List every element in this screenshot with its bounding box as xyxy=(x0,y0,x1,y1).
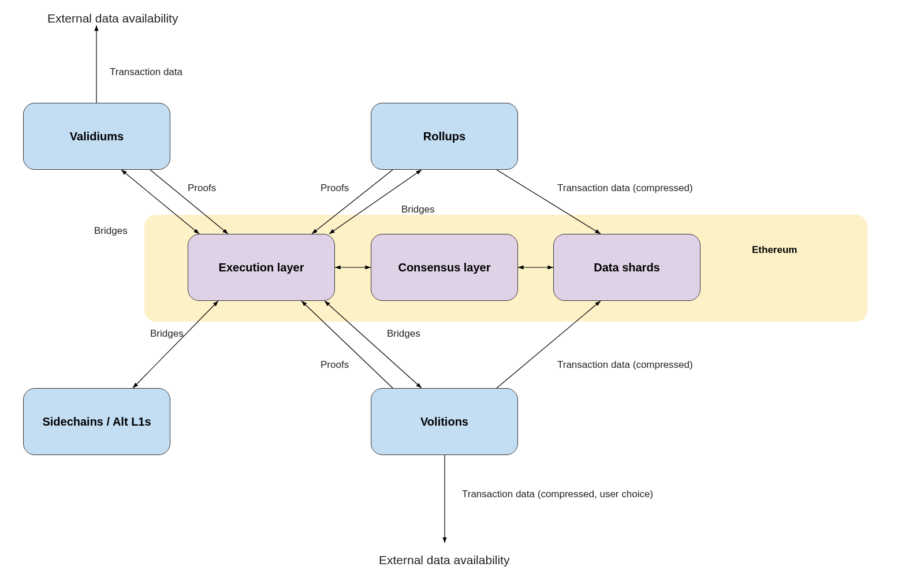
node-label: Validiums xyxy=(70,130,124,143)
edge-label-rollups_bridges: Bridges xyxy=(401,204,435,215)
node-data-shards: Data shards xyxy=(553,234,701,301)
node-consensus-layer: Consensus layer xyxy=(371,234,518,301)
node-validiums: Validiums xyxy=(23,103,170,170)
external-data-bottom: External data availability xyxy=(379,553,509,567)
edge-label-sidechains_bridges: Bridges xyxy=(150,328,184,340)
edge-label-volitions_txdata: Transaction data (compressed) xyxy=(557,359,693,371)
diagram-canvas: Ethereum Validiums Rollups Sidechains / … xyxy=(0,0,924,570)
edge-label-rollups_txdata: Transaction data (compressed) xyxy=(557,182,693,194)
node-label: Sidechains / Alt L1s xyxy=(42,415,151,429)
node-label: Volitions xyxy=(420,415,468,429)
node-label: Execution layer xyxy=(219,261,304,274)
edge-label-volitions_proofs: Proofs xyxy=(321,359,349,371)
external-data-top: External data availability xyxy=(47,12,178,25)
node-label: Data shards xyxy=(594,261,660,274)
edge-label-volitions_to_ext: Transaction data (compressed, user choic… xyxy=(462,489,653,500)
node-sidechains: Sidechains / Alt L1s xyxy=(23,388,170,455)
edge-label-validiums_to_ext: Transaction data xyxy=(110,66,182,78)
edge-label-validiums_proofs: Proofs xyxy=(188,182,216,194)
node-label: Consensus layer xyxy=(398,261,490,274)
edge-label-volitions_bridges: Bridges xyxy=(387,328,420,340)
edge-label-rollups_proofs: Proofs xyxy=(321,182,349,194)
node-rollups: Rollups xyxy=(371,103,518,170)
edge-label-validiums_bridges: Bridges xyxy=(94,225,128,237)
node-volitions: Volitions xyxy=(371,388,518,455)
node-label: Rollups xyxy=(423,130,465,143)
node-execution-layer: Execution layer xyxy=(188,234,335,301)
ethereum-label: Ethereum xyxy=(752,244,797,256)
